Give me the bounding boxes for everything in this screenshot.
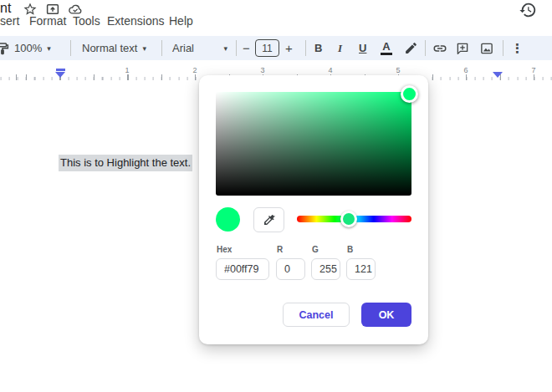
paint-format-icon[interactable] bbox=[0, 36, 10, 60]
menu-insert[interactable]: sert bbox=[0, 14, 19, 28]
highlighted-document-text[interactable]: This is to Highlight the text. bbox=[59, 155, 192, 171]
color-picker-dialog: Hex R G B Cancel OK bbox=[199, 75, 428, 344]
menu-help[interactable]: Help bbox=[169, 14, 193, 28]
ruler-number: 1 bbox=[125, 66, 129, 74]
ok-button[interactable]: OK bbox=[361, 303, 411, 327]
saturation-value-gradient[interactable] bbox=[216, 92, 411, 196]
insert-link-icon[interactable] bbox=[432, 36, 447, 60]
hue-slider-handle[interactable] bbox=[340, 211, 357, 227]
green-label: G bbox=[312, 245, 319, 254]
version-history-icon[interactable] bbox=[519, 1, 537, 19]
increase-font-size-button[interactable]: + bbox=[285, 36, 293, 60]
divider bbox=[70, 40, 71, 56]
eyedropper-icon bbox=[263, 213, 276, 227]
ruler-number: 5 bbox=[396, 66, 400, 74]
zoom-select[interactable]: 100%▾ bbox=[14, 36, 51, 60]
hex-label: Hex bbox=[217, 245, 232, 254]
cancel-button[interactable]: Cancel bbox=[283, 303, 350, 327]
chevron-down-icon: ▾ bbox=[223, 44, 227, 53]
ruler-number: 4 bbox=[328, 66, 332, 74]
ruler-number: 6 bbox=[463, 66, 468, 74]
text-color-swatch bbox=[381, 53, 392, 55]
paragraph-style-select[interactable]: Normal text▾ bbox=[82, 36, 146, 60]
divider bbox=[503, 40, 503, 56]
eyedropper-button[interactable] bbox=[253, 207, 284, 232]
chevron-down-icon: ▾ bbox=[142, 44, 146, 53]
font-size-input[interactable]: 11 bbox=[255, 39, 279, 57]
chevron-down-icon: ▾ bbox=[47, 44, 51, 53]
titlebar: nt sert Format Tools Extensions Help bbox=[0, 0, 552, 33]
blue-label: B bbox=[347, 245, 353, 254]
ruler-number: 2 bbox=[192, 66, 197, 74]
insert-image-icon[interactable] bbox=[479, 36, 494, 60]
bold-button[interactable]: B bbox=[314, 36, 322, 60]
menu-tools[interactable]: Tools bbox=[73, 14, 100, 28]
toolbar: 100%▾ Normal text▾ Arial▾ − 11 + B I U A… bbox=[0, 36, 552, 60]
divider bbox=[161, 40, 162, 56]
green-input[interactable] bbox=[311, 258, 340, 280]
menu-extensions[interactable]: Extensions bbox=[107, 14, 164, 28]
divider bbox=[236, 40, 237, 56]
highlight-color-button[interactable] bbox=[404, 36, 418, 60]
ruler-number: 7 bbox=[531, 66, 535, 74]
underline-button[interactable]: U bbox=[359, 36, 366, 60]
red-label: R bbox=[277, 245, 283, 254]
red-input[interactable] bbox=[276, 258, 305, 280]
ruler-number: 3 bbox=[260, 66, 264, 74]
gradient-handle[interactable] bbox=[401, 85, 418, 103]
left-indent-marker[interactable] bbox=[55, 69, 65, 78]
right-indent-marker[interactable] bbox=[493, 72, 503, 78]
divider bbox=[425, 40, 426, 56]
font-select[interactable]: Arial▾ bbox=[172, 36, 227, 60]
current-color-swatch bbox=[216, 207, 240, 232]
divider bbox=[305, 40, 306, 56]
text-color-button[interactable]: A bbox=[381, 36, 392, 60]
menu-format[interactable]: Format bbox=[29, 14, 66, 28]
more-options-button[interactable]: ⋮ bbox=[511, 36, 524, 60]
blue-input[interactable] bbox=[346, 258, 376, 280]
add-comment-icon[interactable] bbox=[455, 36, 470, 60]
italic-button[interactable]: I bbox=[338, 36, 342, 60]
hue-slider[interactable] bbox=[297, 207, 411, 231]
hex-input[interactable] bbox=[216, 258, 269, 280]
decrease-font-size-button[interactable]: − bbox=[243, 36, 250, 60]
